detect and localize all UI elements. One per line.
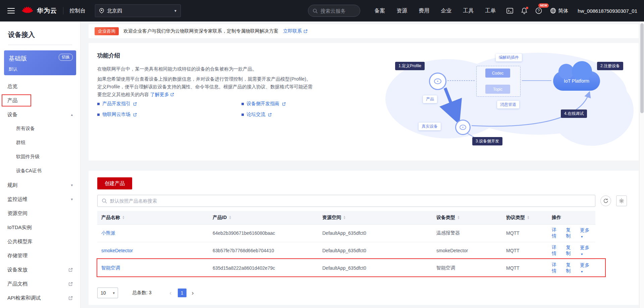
link-iot-marketplace[interactable]: 物联网云市场: [97, 112, 241, 118]
sidebar-item-all-devices[interactable]: 所有设备: [0, 122, 80, 136]
more-link[interactable]: 更多▾: [580, 262, 591, 274]
total-value: 3: [149, 290, 152, 295]
codec-plugin-tag: 编解码插件: [496, 54, 522, 61]
global-search[interactable]: [308, 5, 360, 17]
page-size-select[interactable]: 10 ▾: [97, 288, 118, 298]
console-link[interactable]: 控制台: [69, 7, 86, 14]
page-scrollbar[interactable]: [639, 21, 644, 308]
sidebar-item-groups[interactable]: 群组: [0, 136, 80, 150]
iot-platform-cloud: IoT Platform: [553, 71, 600, 91]
current-page-button[interactable]: 1: [178, 289, 186, 297]
sort-icon[interactable]: ▲▼: [229, 216, 231, 220]
sort-icon[interactable]: ▲▼: [343, 216, 346, 220]
region-value: 北京四: [107, 8, 122, 14]
more-link[interactable]: 更多▾: [580, 245, 591, 256]
real-device-icon: [455, 120, 471, 135]
total-count: 总条数: 3: [132, 290, 152, 296]
copy-link[interactable]: 复制: [566, 245, 575, 257]
copy-link[interactable]: 复制: [566, 227, 575, 239]
column-header-space[interactable]: 资源空间▲▼: [318, 211, 432, 224]
sort-icon[interactable]: ▲▼: [527, 216, 530, 220]
table-row[interactable]: 智能空调 635d15a8222a8601d402e79c DefaultApp…: [97, 259, 595, 277]
product-device-icon: [429, 73, 446, 90]
link-device-dev-guide[interactable]: 设备侧开发指南: [241, 101, 352, 107]
learn-more-link[interactable]: 了解更多: [150, 91, 174, 98]
product-search-input[interactable]: [110, 198, 591, 204]
link-forum[interactable]: 论坛交流: [241, 112, 352, 118]
detail-link[interactable]: 详情: [552, 245, 560, 257]
globe-icon: [550, 8, 556, 14]
sidebar-item-monitoring[interactable]: 监控运维 ▾: [0, 192, 80, 206]
help-icon[interactable]: ? NEW: [535, 7, 542, 14]
nav-item-beian[interactable]: 备案: [374, 7, 385, 14]
sidebar-item-device-provisioning[interactable]: 设备发放: [0, 263, 80, 277]
sidebar-item-storage[interactable]: 存储管理: [0, 249, 80, 263]
product-name-link[interactable]: 智能空调: [101, 265, 120, 270]
cli-terminal-icon[interactable]: [506, 8, 513, 14]
bullet-icon: [241, 103, 244, 105]
table-row[interactable]: smokeDetector 63b57fe7b7768d66eb704410 D…: [97, 242, 595, 259]
nav-item-tools[interactable]: 工具: [463, 7, 474, 14]
sidebar-item-firmware-upgrade[interactable]: 软固件升级: [0, 150, 80, 164]
sort-icon[interactable]: ▲▼: [457, 216, 460, 220]
sidebar-item-label: 软固件升级: [16, 154, 40, 160]
refresh-button[interactable]: [600, 195, 611, 206]
scrollbar-thumb[interactable]: [640, 23, 644, 113]
link-product-dev-guide[interactable]: 产品开发指引: [97, 101, 241, 107]
sidebar-item-device-ca[interactable]: 设备CA证书: [0, 164, 80, 178]
copy-link[interactable]: 复制: [566, 262, 575, 274]
bullet-icon: [241, 114, 244, 116]
sidebar-item-label: 所有设备: [16, 126, 35, 132]
link-label: 物联网云市场: [102, 112, 130, 118]
product-name-link[interactable]: smokeDetector: [101, 248, 133, 253]
sidebar-item-devices[interactable]: 设备 ▴: [0, 107, 80, 122]
notification-bell-icon[interactable]: [521, 7, 527, 14]
contact-now-link[interactable]: 立即联系: [283, 28, 308, 34]
nav-item-tickets[interactable]: 工单: [485, 7, 496, 14]
function-intro-card: 功能介绍 在物联网平台中，某一类具有相同能力或特征的设备的合集被称为一款产品。 …: [89, 43, 639, 161]
detail-link[interactable]: 详情: [552, 262, 560, 274]
external-link-icon: [133, 102, 137, 106]
sidebar-item-label: 资源空间: [7, 210, 28, 217]
column-header-name[interactable]: 产品名称▲▼: [97, 211, 209, 224]
nav-item-resources[interactable]: 资源: [396, 7, 407, 14]
brand-name[interactable]: 华为云: [37, 6, 57, 15]
more-link[interactable]: 更多▾: [580, 227, 591, 239]
product-id-cell: 63b57fe7b7768d66eb704410: [209, 242, 318, 259]
settings-gear-button[interactable]: [616, 195, 627, 206]
table-row[interactable]: 小熊派 64eb2b390671be616080baac DefaultApp_…: [97, 224, 595, 242]
sidebar-item-overview[interactable]: 总览: [0, 79, 80, 93]
hamburger-menu-icon[interactable]: [7, 8, 15, 13]
column-header-id[interactable]: 产品ID▲▼: [209, 211, 318, 224]
detail-link[interactable]: 详情: [552, 227, 560, 239]
topbar-divider: [63, 7, 63, 14]
global-search-input[interactable]: [320, 8, 356, 14]
sidebar-item-label: 群组: [16, 140, 25, 146]
edition-subtitle: 默认: [9, 66, 71, 72]
huawei-logo-icon[interactable]: [21, 6, 34, 16]
product-name-link[interactable]: 小熊派: [101, 230, 115, 235]
consult-banner: 企业咨询 欢迎企业客户与我们华为云物联网资深专家联系，定制专属物联网解决方案 立…: [89, 24, 639, 38]
nav-item-enterprise[interactable]: 企业: [441, 7, 451, 14]
next-page-button[interactable]: ›: [192, 290, 194, 297]
create-product-button[interactable]: 创建产品: [97, 177, 132, 189]
sidebar-item-resource-space[interactable]: 资源空间: [0, 206, 80, 220]
product-search[interactable]: [97, 195, 595, 207]
column-header-protocol[interactable]: 协议类型▲▼: [502, 211, 548, 224]
column-header-device-type[interactable]: 设备类型▲▼: [432, 211, 502, 224]
edition-switch-button[interactable]: 切换: [59, 54, 73, 61]
sidebar-item-public-models[interactable]: 公共模型库: [0, 234, 80, 249]
language-switch[interactable]: 简体: [550, 8, 568, 14]
sidebar-item-api-explorer[interactable]: API检索和调试: [0, 291, 80, 305]
prev-page-button[interactable]: ‹: [170, 290, 172, 297]
sidebar-item-iotda-instance[interactable]: IoTDA实例: [0, 220, 80, 234]
sort-icon[interactable]: ▲▼: [122, 216, 125, 220]
account-menu[interactable]: hw_008618750930307_01: [578, 8, 637, 14]
sidebar-item-product-docs[interactable]: 产品文档: [0, 277, 80, 291]
region-selector[interactable]: 北京四 ▾: [95, 4, 181, 17]
step-register-device: 2.注册设备: [597, 62, 623, 70]
nav-item-billing[interactable]: 费用: [419, 7, 429, 14]
sidebar-item-products[interactable]: 产品: [0, 93, 80, 107]
topbar-icons: ? NEW 简体: [506, 7, 568, 14]
sidebar-item-rules[interactable]: 规则 ▾: [0, 178, 80, 192]
